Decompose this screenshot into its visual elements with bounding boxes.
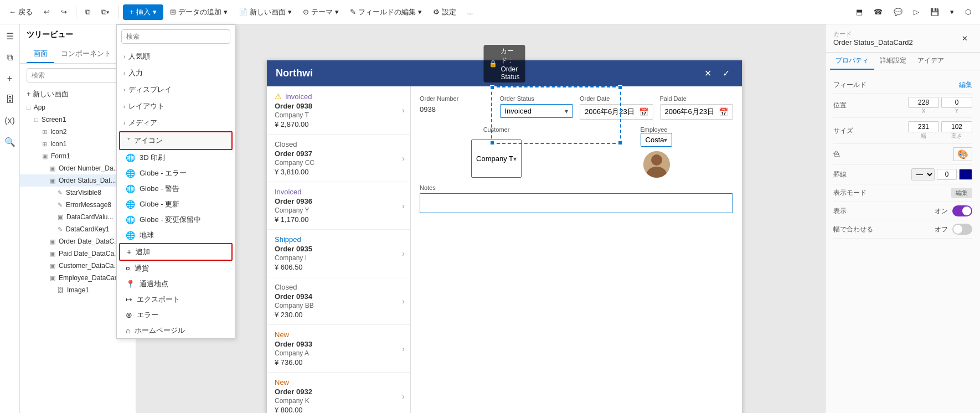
- order-item-6[interactable]: New Order 0932 Company K ¥ 800.00 ›: [267, 373, 410, 413]
- order-item-4[interactable]: Closed Order 0934 Company BB ¥ 230.00 ›: [267, 277, 410, 325]
- theme-button[interactable]: ⊙ テーマ ▾: [298, 5, 343, 19]
- icon-label: ホームページル: [135, 326, 185, 335]
- order-item-2[interactable]: Invoiced Order 0936 Company Y ¥ 1,170.00…: [267, 182, 410, 230]
- field-edit-link[interactable]: 編集: [959, 80, 972, 90]
- more-button[interactable]: ...: [463, 6, 478, 18]
- right-panel-close-button[interactable]: ✕: [957, 32, 972, 45]
- sidebar-search-input[interactable]: [27, 68, 129, 82]
- order-status-dropdown[interactable]: Invoiced ▾: [500, 104, 574, 118]
- right-panel-section-label: カード: [833, 30, 913, 38]
- icon-item-9[interactable]: ↦エクスポート: [117, 292, 235, 307]
- order-item-3[interactable]: Shipped Order 0935 Company I ¥ 606.50 ›: [267, 230, 410, 277]
- insert-category-popular[interactable]: › 人気順: [117, 48, 235, 65]
- save-chevron-button[interactable]: ▾: [946, 6, 958, 18]
- icon-label: 通過地点: [140, 279, 168, 289]
- size-h-input[interactable]: [941, 121, 972, 132]
- border-controls: —: [911, 168, 972, 180]
- publish-button[interactable]: ⬡: [961, 6, 976, 18]
- size-w-input[interactable]: [908, 121, 939, 132]
- tree-item-label: DataCardKey1: [66, 225, 110, 233]
- close-header-button[interactable]: ✕: [701, 67, 715, 80]
- share-button[interactable]: ⬒: [852, 6, 867, 18]
- tab-properties[interactable]: プロパティ: [830, 53, 874, 70]
- order-chevron-icon: ›: [402, 106, 405, 115]
- insert-strip-icon[interactable]: +: [5, 71, 14, 86]
- field-customer: Customer Company T ▾: [420, 126, 573, 178]
- search-strip-icon[interactable]: 🔍: [2, 135, 18, 149]
- divider-1: [76, 6, 76, 19]
- order-date-input[interactable]: 2006年6月23日 📅: [580, 104, 653, 120]
- icon-item-5[interactable]: 🌐地球: [117, 228, 235, 243]
- icon-label: Globe - 更新: [140, 199, 179, 209]
- hamburger-icon[interactable]: ☰: [4, 29, 16, 44]
- call-button[interactable]: ☎: [869, 6, 887, 18]
- order-number-value: 0938: [420, 104, 493, 115]
- icon-item-4[interactable]: 🌐Globe - 変更保留中: [117, 212, 235, 228]
- paste-button[interactable]: ⧉▾: [97, 6, 114, 19]
- icon-item-0[interactable]: 🌐3D 印刷: [117, 150, 235, 166]
- order-name: Order 0932: [275, 388, 403, 396]
- new-screen-button[interactable]: 📄 新しい画面 ▾: [234, 5, 296, 19]
- order-name: Order 0938: [275, 102, 403, 110]
- undo-button[interactable]: ↩: [39, 6, 54, 18]
- save-button[interactable]: 💾: [926, 6, 943, 18]
- insert-search-input[interactable]: [121, 29, 230, 44]
- insert-category-display[interactable]: › ディスプレイ: [117, 81, 235, 98]
- icon-item-10[interactable]: ⊗エラー: [117, 307, 235, 323]
- insert-category-layout[interactable]: › レイアウト: [117, 98, 235, 115]
- settings-button[interactable]: ⚙ 設定: [429, 5, 461, 19]
- border-width-input[interactable]: [937, 169, 957, 180]
- new-screen-icon: 📄: [239, 8, 247, 16]
- tab-screen[interactable]: 画面: [27, 45, 54, 63]
- order-item-0[interactable]: ⚠ Invoiced Order 0938 Company T ¥ 2,870.…: [267, 86, 410, 135]
- tree-item-icon: □: [34, 116, 38, 123]
- insert-category-media[interactable]: › メディア: [117, 115, 235, 131]
- variable-strip-icon[interactable]: (x): [2, 113, 17, 128]
- visible-toggle[interactable]: [952, 205, 972, 216]
- icon-item-6[interactable]: +追加: [119, 243, 233, 261]
- canvas-area[interactable]: Height Northwi 🔒 カード : Order Status ✕ ✓: [136, 24, 825, 413]
- customer-dropdown[interactable]: Company T ▾: [471, 140, 522, 178]
- order-item-1[interactable]: Closed Order 0937 Company CC ¥ 3,810.00 …: [267, 135, 410, 182]
- copy-button[interactable]: ⧉: [81, 6, 95, 19]
- tree-item-label: ErrorMessage8: [66, 201, 111, 209]
- border-color-swatch[interactable]: [959, 169, 972, 180]
- paid-date-input[interactable]: 2006年6月23日 📅: [660, 104, 734, 120]
- tree-item-label: Customer_DataCa...: [59, 262, 119, 270]
- layers-icon[interactable]: ⧉: [4, 50, 15, 65]
- paid-date-label: Paid Date: [660, 95, 734, 102]
- pos-y-input[interactable]: [941, 97, 972, 108]
- icon-item-2[interactable]: 🌐Globe - 警告: [117, 181, 235, 197]
- tab-detail-settings[interactable]: 詳細設定: [874, 53, 912, 70]
- border-style-select[interactable]: —: [911, 168, 935, 180]
- insert-button[interactable]: + 挿入 ▾: [123, 4, 163, 20]
- comment-button[interactable]: 💬: [889, 6, 907, 18]
- tab-component[interactable]: コンポーネント: [54, 45, 118, 63]
- insert-category-icon[interactable]: ˅ アイコン: [119, 131, 233, 150]
- icon-item-1[interactable]: 🌐Globe - エラー: [117, 166, 235, 181]
- icon-item-11[interactable]: ⌂ホームページル: [117, 323, 235, 338]
- check-header-button[interactable]: ✓: [719, 67, 733, 80]
- data-strip-icon[interactable]: 🗄: [3, 92, 17, 107]
- more-label: ...: [467, 8, 473, 16]
- pos-x-input[interactable]: [908, 97, 939, 108]
- icon-item-7[interactable]: ¤通貨: [117, 261, 235, 276]
- icon-item-8[interactable]: 📍通過地点: [117, 276, 235, 292]
- color-picker-button[interactable]: 🎨: [953, 147, 972, 161]
- icon-item-3[interactable]: 🌐Globe - 更新: [117, 197, 235, 212]
- employee-dropdown[interactable]: Costa ▾: [641, 133, 673, 147]
- notes-input[interactable]: [420, 193, 733, 213]
- back-button[interactable]: ← 戻る: [4, 5, 37, 19]
- fit-toggle[interactable]: [952, 224, 972, 235]
- tab-ideas[interactable]: アイデア: [912, 53, 950, 70]
- order-chevron-icon: ›: [402, 344, 405, 353]
- play-button[interactable]: ▷: [909, 6, 924, 18]
- icon-glyph: 🌐: [126, 231, 135, 240]
- redo-button[interactable]: ↪: [56, 6, 71, 18]
- icon-label: エクスポート: [137, 295, 180, 304]
- order-item-5[interactable]: New Order 0933 Company A ¥ 736.00 ›: [267, 325, 410, 373]
- add-data-button[interactable]: ⊞ データの追加 ▾: [166, 5, 232, 19]
- insert-category-input[interactable]: › 入力: [117, 65, 235, 81]
- edit-fields-button[interactable]: ✎ フィールドの編集 ▾: [345, 5, 426, 19]
- fit-value: オフ: [935, 225, 948, 234]
